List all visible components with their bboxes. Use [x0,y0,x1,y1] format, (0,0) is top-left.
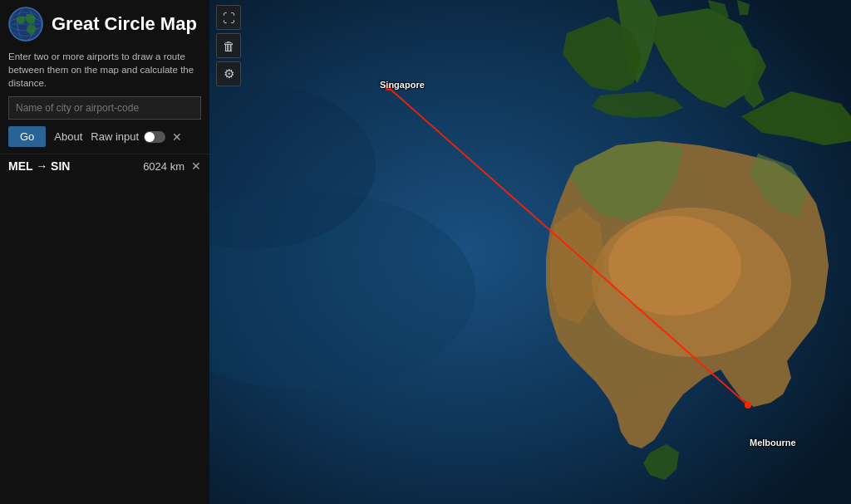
route-distance: 6024 km [143,160,184,173]
close-route-button[interactable]: ✕ [191,159,201,173]
raw-toggle-knob [145,132,155,142]
close-raw-icon[interactable]: ✕ [172,130,182,144]
route-display: MEL → SIN 6024 km ✕ [0,154,209,178]
route-code: MEL → SIN [8,159,143,173]
svg-point-9 [608,216,741,316]
settings-button[interactable]: ⚙ [216,61,241,86]
map-svg [209,0,851,504]
delete-button[interactable]: 🗑 [216,33,241,58]
app-title: Great Circle Map [52,14,197,34]
svg-point-12 [745,402,751,409]
svg-point-11 [385,84,391,91]
app-description: Enter two or more airports to draw a rou… [0,48,209,96]
map-area[interactable]: ⛶ 🗑 ⚙ [209,0,851,504]
map-controls: ⛶ 🗑 ⚙ [216,5,241,86]
toolbar: Go About Raw input ✕ [0,126,209,154]
raw-input-label: Raw input [91,130,139,143]
go-button[interactable]: Go [8,126,46,147]
about-button[interactable]: About [51,126,86,147]
app-header: Great Circle Map [0,0,209,48]
globe-icon [8,7,43,42]
fullscreen-button[interactable]: ⛶ [216,5,241,30]
search-input[interactable] [8,96,201,120]
sidebar: Great Circle Map Enter two or more airpo… [0,0,209,504]
raw-input-toggle[interactable] [144,131,165,143]
